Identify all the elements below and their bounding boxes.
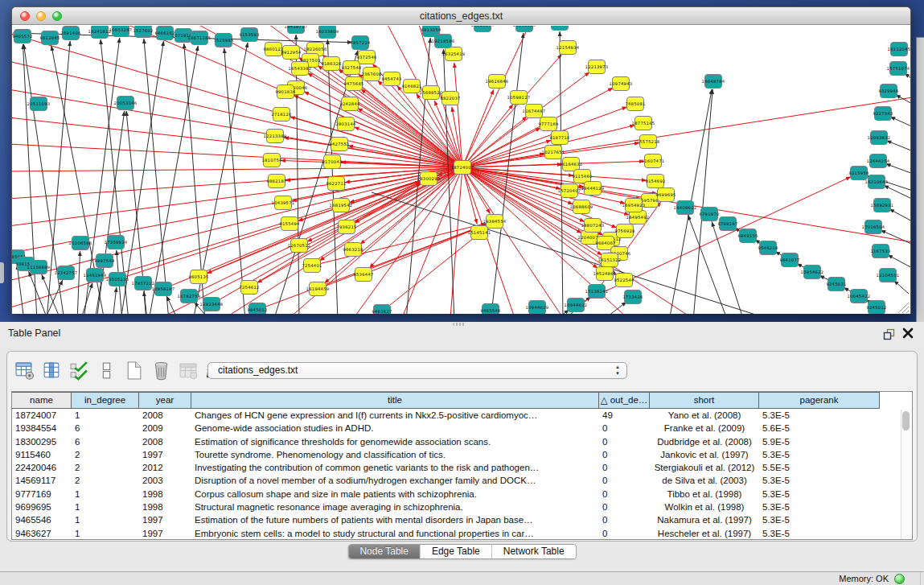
graph-node[interactable]: 12154934 (556, 41, 580, 55)
graph-node[interactable]: 8822037 (440, 92, 460, 105)
graph-edge[interactable] (889, 209, 910, 223)
column-header-pagerank[interactable]: pagerank (759, 392, 880, 409)
graph-node[interactable]: 1733426 (622, 290, 643, 304)
graph-node[interactable]: 10688609 (570, 200, 593, 214)
column-header-indegree[interactable]: in_degree (72, 392, 139, 409)
graph-edge[interactable] (462, 167, 573, 204)
graph-node[interactable]: 9245031 (826, 278, 846, 291)
graph-node[interactable]: 9115460 (572, 170, 592, 183)
graph-edge[interactable] (893, 281, 909, 294)
graph-node[interactable]: 8536447 (353, 268, 373, 282)
graph-node[interactable]: 10815874 (548, 26, 572, 31)
table-row[interactable]: 1830029562008Estimation of significance … (12, 435, 912, 448)
graph-edge[interactable] (886, 141, 910, 152)
graph-node[interactable]: 12093832 (868, 131, 891, 145)
graph-node[interactable]: 8215958 (848, 167, 869, 180)
graph-node[interactable]: 1527602 (133, 26, 153, 38)
graph-node[interactable]: 18112045 (888, 43, 910, 56)
row-height-icon[interactable] (97, 360, 117, 381)
graph-node[interactable]: 17016504 (862, 220, 885, 234)
graph-node[interactable]: 19218586 (432, 35, 455, 48)
graph-edge[interactable] (450, 167, 462, 314)
graph-node[interactable]: 12670512 (288, 239, 311, 253)
graph-node[interactable]: 9405572 (12, 30, 32, 43)
graph-edge[interactable] (166, 296, 179, 314)
graph-node[interactable]: 16671385 (188, 31, 211, 45)
graph-node[interactable]: 16164632 (560, 158, 583, 171)
graph-node[interactable]: 10974943 (610, 77, 633, 91)
graph-node[interactable]: 8612045 (39, 31, 60, 45)
graph-node[interactable]: 10653287 (109, 26, 133, 37)
minimize-button[interactable] (36, 11, 46, 21)
graph-node[interactable]: 10954622 (801, 266, 824, 279)
graph-node[interactable]: 18419717 (285, 26, 308, 34)
graph-node[interactable]: 16210643 (865, 175, 889, 189)
zoom-button[interactable] (52, 11, 62, 21)
graph-node[interactable]: 11674487 (523, 105, 546, 118)
graph-node[interactable]: 9663218 (343, 243, 363, 257)
graph-node[interactable]: 9546218 (758, 241, 778, 255)
graph-node[interactable]: 7254612 (239, 281, 259, 295)
graph-node[interactable]: 10958167 (152, 282, 175, 296)
graph-node[interactable]: 8799197 (717, 217, 737, 231)
network-window[interactable]: citations_edges.txt 18724007886012389129… (11, 6, 911, 314)
graph-edge[interactable] (12, 167, 462, 171)
graph-node[interactable]: 16241812 (88, 26, 112, 39)
graph-node[interactable]: 1810754 (261, 154, 282, 167)
table-row[interactable]: 946554611997Estimation of the future num… (12, 513, 912, 526)
graph-edge[interactable] (117, 181, 421, 279)
table-row[interactable]: 911546021997Tourette syndrome. Phenomeno… (12, 448, 912, 461)
table-source-dropdown[interactable]: citations_edges.txt ▲▼ (207, 362, 627, 379)
table-settings-icon[interactable] (14, 360, 35, 381)
graph-node[interactable]: 19616846 (486, 75, 509, 89)
graph-node[interactable]: 9465546 (480, 304, 500, 315)
new-document-icon[interactable] (124, 360, 144, 381)
graph-node[interactable]: 9862187 (266, 175, 286, 188)
graph-node[interactable]: 11451949 (84, 269, 107, 282)
float-panel-icon[interactable] (883, 328, 895, 340)
table-row[interactable]: 2242004622012Investigating the contribut… (12, 461, 912, 474)
graph-node[interactable]: 13505135 (106, 273, 129, 286)
graph-node[interactable]: 15136141 (585, 285, 609, 299)
graph-node[interactable]: 8622711 (326, 177, 346, 191)
graph-node[interactable]: 2691406 (60, 27, 80, 40)
tab-node-table[interactable]: Node Table (348, 545, 421, 558)
delete-icon[interactable] (151, 360, 171, 381)
graph-edge[interactable] (77, 251, 80, 314)
graph-node[interactable]: 8186328 (321, 57, 341, 71)
graph-node[interactable]: 16954923 (622, 199, 646, 212)
close-panel-icon[interactable] (901, 327, 914, 340)
table-row[interactable]: 969969511998Structural magnetic resonanc… (12, 501, 912, 513)
graph-node[interactable]: 9245012 (866, 301, 886, 315)
graph-node[interactable]: 9227343 (873, 107, 893, 121)
graph-edge[interactable] (560, 31, 563, 314)
graph-edge[interactable] (113, 287, 117, 314)
graph-node[interactable]: 9522544 (614, 274, 634, 287)
graph-node[interactable]: 12213973 (585, 60, 609, 74)
graph-node[interactable]: 9329966 (878, 84, 898, 98)
graph-edge[interactable] (602, 302, 626, 314)
graph-node[interactable]: 16325419 (442, 47, 466, 61)
graph-node[interactable]: 18775165 (632, 117, 655, 130)
panel-splitter-grip[interactable] (453, 323, 466, 326)
graph-node[interactable]: 10645422 (848, 290, 871, 303)
graph-node[interactable]: 9699695 (655, 188, 676, 202)
graph-edge[interactable] (29, 271, 48, 314)
graph-edge[interactable] (693, 89, 713, 314)
graph-node[interactable]: 16648784 (702, 75, 725, 89)
graph-edge[interactable] (462, 167, 641, 199)
column-header-name[interactable]: name (12, 392, 72, 409)
graph-node[interactable]: 2367608 (361, 68, 381, 81)
graph-node[interactable]: 9901634 (275, 85, 296, 99)
graph-node[interactable]: 12104501 (877, 269, 900, 282)
graph-node[interactable]: 12342757 (55, 266, 78, 280)
graph-edge[interactable] (888, 255, 910, 270)
graph-node[interactable]: 16033809 (316, 26, 339, 39)
graph-node[interactable]: 16543382 (289, 62, 312, 76)
graph-node[interactable]: 9777169 (538, 117, 558, 131)
graph-node[interactable]: 18807243 (581, 219, 605, 233)
graph-node[interactable]: 17359924 (105, 236, 128, 249)
graph-node[interactable]: 11607471 (642, 154, 665, 168)
graph-edge[interactable] (44, 280, 63, 314)
graph-node[interactable]: 9756928 (614, 225, 634, 238)
